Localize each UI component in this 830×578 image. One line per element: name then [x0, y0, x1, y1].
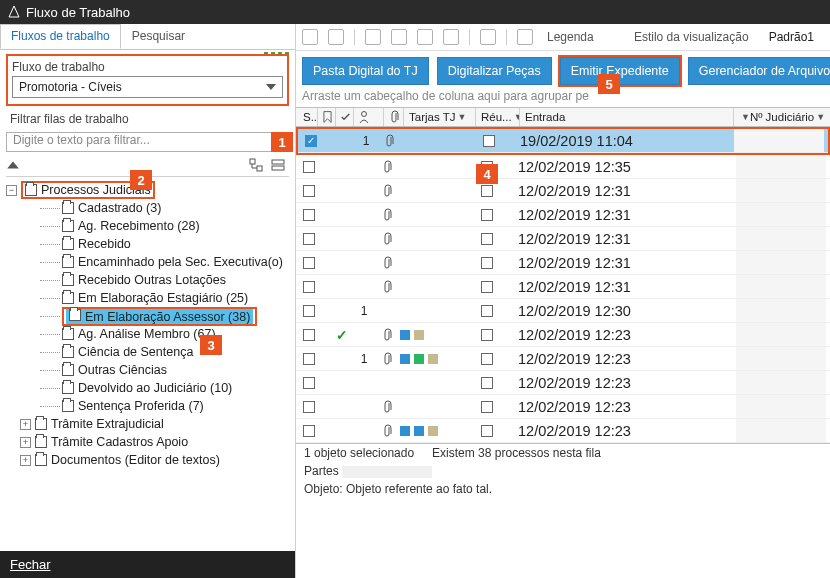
toolbar-icon[interactable]: [328, 29, 344, 45]
tab-workflows[interactable]: Fluxos de trabalho: [0, 24, 121, 49]
table-row[interactable]: 12/02/2019 12:23: [296, 395, 830, 419]
row-checkbox[interactable]: [303, 377, 315, 389]
reu-checkbox[interactable]: [481, 377, 493, 389]
reu-checkbox[interactable]: [481, 281, 493, 293]
table-row[interactable]: 12/02/2019 12:23: [296, 371, 830, 395]
col-clip[interactable]: [386, 108, 404, 126]
reu-checkbox[interactable]: [481, 185, 493, 197]
toolbar-icon[interactable]: [391, 29, 407, 45]
row-checkbox[interactable]: [303, 353, 315, 365]
tree-item[interactable]: Ag. Análise Membro (67): [40, 325, 295, 343]
col-count[interactable]: [356, 108, 384, 126]
toolbar-icon[interactable]: [443, 29, 459, 45]
reu-checkbox[interactable]: [483, 135, 495, 147]
paperclip-icon: [382, 328, 392, 342]
reu-checkbox[interactable]: [481, 425, 493, 437]
group-hint: Arraste um cabeçalho de coluna aqui para…: [296, 89, 830, 107]
toolbar-icon[interactable]: [417, 29, 433, 45]
tree-root-extrajudicial[interactable]: Trâmite Extrajudicial: [51, 417, 164, 431]
tree-icon-b[interactable]: [271, 158, 285, 172]
tree-item[interactable]: Recebido: [40, 235, 295, 253]
table-row[interactable]: 12/02/2019 12:31: [296, 203, 830, 227]
table-row[interactable]: 12/02/2019 12:31: [296, 227, 830, 251]
tree-item[interactable]: Devolvido ao Judiciário (10): [40, 379, 295, 397]
style-value[interactable]: Padrão1: [759, 28, 824, 46]
table-row[interactable]: 12/02/2019 12:31: [296, 179, 830, 203]
workflow-dropdown[interactable]: Promotoria - Cíveis: [12, 76, 283, 98]
col-tarjas[interactable]: Tarjas TJ▼: [406, 108, 476, 126]
col-bookmark[interactable]: [320, 108, 336, 126]
close-button[interactable]: Fechar: [0, 551, 295, 578]
row-checkbox[interactable]: [303, 185, 315, 197]
folder-icon: [62, 202, 74, 214]
tab-search[interactable]: Pesquisar: [121, 24, 196, 49]
row-checkbox[interactable]: ✓: [305, 135, 317, 147]
row-checkbox[interactable]: [303, 257, 315, 269]
tarja-chip: [428, 354, 438, 364]
folder-icon: [62, 274, 74, 286]
table-row[interactable]: 12/02/2019 12:23: [296, 419, 830, 443]
table-row[interactable]: 112/02/2019 12:23: [296, 347, 830, 371]
table-row[interactable]: 112/02/2019 12:30: [296, 299, 830, 323]
tarja-chip: [414, 354, 424, 364]
col-judiciario[interactable]: ▼Nº Judiciário▼: [736, 108, 826, 126]
row-checkbox[interactable]: [303, 209, 315, 221]
col-check[interactable]: [338, 108, 354, 126]
table-row[interactable]: ✓12/02/2019 12:23: [296, 323, 830, 347]
row-checkbox[interactable]: [303, 329, 315, 341]
folder-icon: [62, 220, 74, 232]
expander-root1[interactable]: −: [6, 185, 17, 196]
legend-label[interactable]: Legenda: [547, 30, 594, 44]
tree-root-cadastros[interactable]: Trâmite Cadastros Apoio: [51, 435, 188, 449]
row-checkbox[interactable]: [303, 401, 315, 413]
col-sort[interactable]: S...: [300, 108, 318, 126]
expander-root4[interactable]: +: [20, 455, 31, 466]
btn-gerenciador-arquivos[interactable]: Gerenciador de Arquivos: [688, 57, 830, 85]
reu-checkbox[interactable]: [481, 305, 493, 317]
toolbar-icon[interactable]: [365, 29, 381, 45]
reu-checkbox[interactable]: [481, 233, 493, 245]
expander-root2[interactable]: +: [20, 419, 31, 430]
reu-checkbox[interactable]: [481, 257, 493, 269]
tree-item[interactable]: Cadastrado (3): [40, 199, 295, 217]
col-reu[interactable]: Réu...▼: [478, 108, 520, 126]
row-checkbox[interactable]: [303, 425, 315, 437]
tree-item[interactable]: Sentença Proferida (7): [40, 397, 295, 415]
col-entrada[interactable]: Entrada: [522, 108, 734, 126]
toolbar-icon[interactable]: [480, 29, 496, 45]
btn-pasta-digital[interactable]: Pasta Digital do TJ: [302, 57, 429, 85]
person-icon: [359, 111, 369, 123]
reu-checkbox[interactable]: [481, 329, 493, 341]
table-row[interactable]: 12/02/2019 12:31: [296, 275, 830, 299]
reu-checkbox[interactable]: [481, 209, 493, 221]
row-checkbox[interactable]: [303, 233, 315, 245]
toolbar-icon[interactable]: [302, 29, 318, 45]
tarja-chip: [428, 426, 438, 436]
status-count: Existem 38 processos nesta fila: [432, 446, 601, 460]
tree-root-documentos[interactable]: Documentos (Editor de textos): [51, 453, 220, 467]
reu-checkbox[interactable]: [481, 401, 493, 413]
row-checkbox[interactable]: [303, 161, 315, 173]
callout-5: 5: [598, 74, 620, 94]
tree-icon-a[interactable]: [249, 158, 263, 172]
tree-item[interactable]: Encaminhado pela Sec. Executiva(o): [40, 253, 295, 271]
tree-item[interactable]: Outras Ciências: [40, 361, 295, 379]
triangle-up-icon[interactable]: [6, 158, 20, 172]
table-row[interactable]: ✓119/02/2019 11:04: [298, 129, 828, 153]
tree-item[interactable]: Ag. Recebimento (28): [40, 217, 295, 235]
btn-digitalizar[interactable]: Digitalizar Peças: [437, 57, 552, 85]
filter-input[interactable]: Digite o texto para filtrar...: [6, 132, 289, 152]
tree-item[interactable]: Ciência de Sentença: [40, 343, 295, 361]
reu-checkbox[interactable]: [481, 353, 493, 365]
tree-item[interactable]: Em Elaboração Assessor (38): [40, 307, 295, 325]
table-row[interactable]: 12/02/2019 12:31: [296, 251, 830, 275]
row-checkbox[interactable]: [303, 305, 315, 317]
tree-item[interactable]: Recebido Outras Lotações: [40, 271, 295, 289]
toolbar-icon[interactable]: [517, 29, 533, 45]
row-checkbox[interactable]: [303, 281, 315, 293]
table-row[interactable]: 12/02/2019 12:35: [296, 155, 830, 179]
expander-root3[interactable]: +: [20, 437, 31, 448]
tree-item[interactable]: Em Elaboração Estagiário (25): [40, 289, 295, 307]
column-headers: S... Tarjas TJ▼ Réu...▼ Entrada ▼Nº Judi…: [296, 107, 830, 127]
check-icon: ✓: [336, 327, 348, 343]
